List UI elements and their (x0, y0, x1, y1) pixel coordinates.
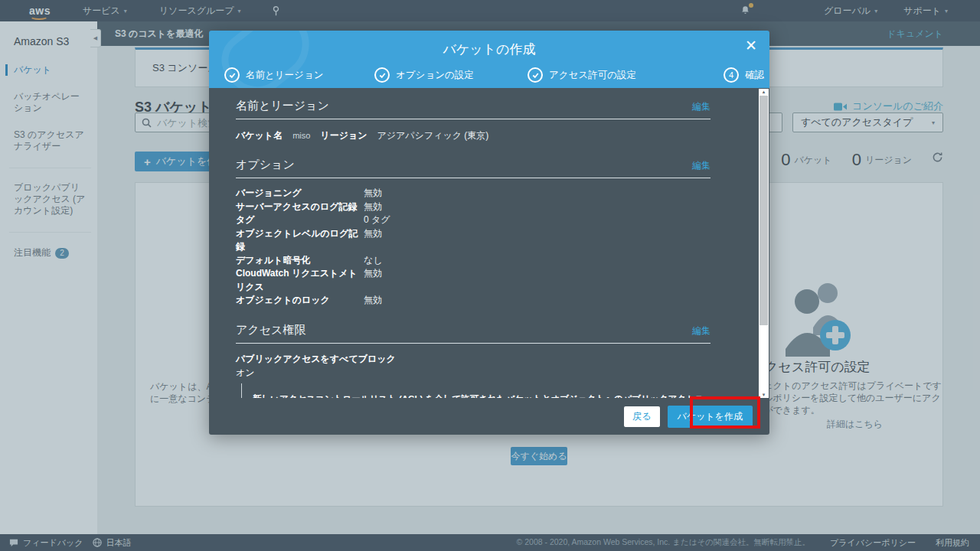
bucket-name-label: バケット名 (236, 129, 283, 142)
section-options-header: オプション 編集 (236, 158, 710, 178)
name-region-values: バケット名 miso リージョン アジアパシフィック (東京) (236, 129, 710, 142)
section-title: オプション (236, 158, 295, 172)
region-label: リージョン (320, 129, 367, 142)
edit-options-link[interactable]: 編集 (692, 159, 710, 172)
edit-name-region-link[interactable]: 編集 (692, 100, 710, 113)
close-icon[interactable]: ✕ (745, 38, 757, 53)
option-row-object-level-logging: オブジェクトレベルのログ記録 無効 (236, 227, 710, 254)
check-icon (224, 67, 240, 83)
wizard-steps: 名前とリージョン オプションの設定 アクセス許可の設定 4 確認 (209, 67, 769, 86)
option-row-versioning: バージョニング 無効 (236, 187, 710, 201)
step-options[interactable]: オプションの設定 (374, 67, 474, 83)
modal-scrollbar[interactable]: ▲ ▼ (759, 89, 769, 398)
step-number-icon: 4 (724, 67, 739, 83)
step-review[interactable]: 4 確認 (724, 67, 764, 83)
check-icon (374, 67, 390, 83)
option-row-server-access-logging: サーバーアクセスのログ記録 無効 (236, 201, 710, 214)
option-row-cloudwatch-metrics: CloudWatch リクエストメトリクス 無効 (236, 267, 710, 294)
region-value: アジアパシフィック (東京) (377, 129, 488, 142)
section-permissions-header: アクセス権限 編集 (236, 323, 710, 344)
step-permissions[interactable]: アクセス許可の設定 (528, 67, 636, 83)
edit-permissions-link[interactable]: 編集 (692, 324, 710, 337)
block-all-value: オン (236, 367, 710, 380)
scroll-up-arrow-icon[interactable]: ▲ (759, 90, 769, 94)
option-row-default-encryption: デフォルト暗号化 なし (236, 254, 710, 268)
block-all-label: パブリックアクセスをすべてブロック (236, 353, 710, 366)
modal-title: バケットの作成 (209, 41, 769, 58)
check-icon (528, 67, 543, 83)
scrollbar-thumb[interactable] (760, 96, 768, 325)
create-bucket-button[interactable]: バケットを作成 (668, 406, 753, 428)
step-name-region[interactable]: 名前とリージョン (224, 67, 323, 83)
scroll-down-arrow-icon[interactable]: ▼ (759, 393, 769, 397)
step-label: 名前とリージョン (246, 69, 323, 82)
option-row-tags: タグ 0 タグ (236, 214, 710, 227)
modal-footer: 戻る バケットを作成 (209, 398, 769, 435)
step-label: アクセス許可の設定 (549, 69, 636, 82)
create-bucket-modal: バケットの作成 ✕ 名前とリージョン オプションの設定 (209, 31, 769, 435)
section-name-region-header: 名前とリージョン 編集 (236, 99, 710, 119)
block-public-access-summary: パブリックアクセスをすべてブロック オン 新しいアクセスコントロールリスト (A… (236, 353, 710, 399)
modal-header: バケットの作成 ✕ 名前とリージョン オプションの設定 (209, 31, 769, 88)
section-title: アクセス権限 (236, 323, 305, 337)
option-row-object-lock: オブジェクトのロック 無効 (236, 294, 710, 308)
block-public-access-tree: 新しいアクセスコントロールリスト (ACL) を介して許可されたバケットとオブジ… (241, 383, 710, 399)
step-label: オプションの設定 (396, 69, 474, 82)
section-title: 名前とリージョン (236, 99, 329, 113)
step-label: 確認 (745, 69, 764, 82)
back-button[interactable]: 戻る (624, 406, 659, 427)
options-rows: バージョニング 無効 サーバーアクセスのログ記録 無効 タグ 0 タグ オブジェ… (236, 187, 710, 308)
acl-block-new-item: 新しいアクセスコントロールリスト (ACL) を介して許可されたバケットとオブジ… (242, 383, 710, 399)
bucket-name-value: miso (292, 131, 310, 140)
review-content: 名前とリージョン 編集 バケット名 miso リージョン アジアパシフィック (… (209, 88, 769, 398)
aws-s3-console: aws サービス ▾ リソースグループ ▾ グローバル ▾ サポート ▾ (0, 0, 980, 551)
